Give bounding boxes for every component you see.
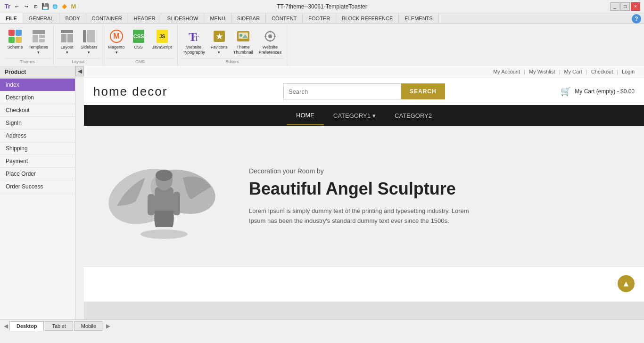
- sidebar-item-address[interactable]: Address: [0, 130, 75, 142]
- svg-rect-1: [33, 35, 38, 42]
- tab-mobile[interactable]: Mobile: [74, 321, 103, 331]
- sidebar-item-order-success[interactable]: Order Success: [0, 180, 75, 193]
- preview-hero: Decoration your Room by Beautiful Angel …: [84, 126, 644, 267]
- window-title: TT-7theme--30061-TemplateToaster: [277, 3, 367, 10]
- magento-icon[interactable]: M: [70, 3, 77, 10]
- tab-general[interactable]: GENERAL: [23, 13, 60, 23]
- minimize-button[interactable]: _: [610, 2, 619, 11]
- theme-thumbnail-label: ThemeThumbnail: [233, 45, 253, 55]
- tab-content[interactable]: CONTENT: [266, 13, 303, 23]
- search-container: SEARCH: [283, 83, 445, 99]
- svg-point-24: [268, 34, 272, 38]
- svg-rect-34: [148, 194, 155, 215]
- sidebar-item-payment[interactable]: Payment: [0, 155, 75, 168]
- sidebar-item-signin[interactable]: SignIn: [0, 117, 75, 130]
- ribbon-group-editors: T T WebsiteTypography ★ Favicons▾: [178, 24, 288, 65]
- orange-icon[interactable]: 🔶: [60, 3, 68, 10]
- tab-file[interactable]: FILE: [0, 13, 23, 23]
- svg-rect-0: [33, 30, 45, 34]
- cms-items: M Magento▾ CSS CSS JS: [106, 25, 174, 57]
- magento-button[interactable]: M Magento▾: [106, 27, 127, 57]
- javascript-icon: JS: [155, 29, 170, 44]
- sidebar-item-index[interactable]: index: [0, 79, 75, 91]
- ribbon-tabs: FILE GENERAL BODY CONTAINER HEADER SLIDE…: [0, 13, 644, 24]
- layout-items: Layout▾ Sidebars▾: [57, 25, 100, 57]
- title-bar-left: Tr ↩ ↪ ⊡ 💾 🌐 🔶 M: [4, 3, 77, 10]
- tab-elements[interactable]: ELEMENTS: [399, 13, 438, 23]
- floppy-icon[interactable]: 💾: [41, 3, 49, 10]
- tab-header[interactable]: HEADER: [128, 13, 162, 23]
- sidebars-button[interactable]: Sidebars▾: [78, 27, 100, 57]
- sidebar-item-checkout[interactable]: Checkout: [0, 104, 75, 117]
- layout-icon: [59, 29, 74, 44]
- search-input[interactable]: [283, 83, 401, 99]
- tab-tablet[interactable]: Tablet: [45, 321, 73, 331]
- theme-thumbnail-button[interactable]: ThemeThumbnail: [231, 27, 256, 57]
- sidebar-item-place-order[interactable]: Place Order: [0, 168, 75, 180]
- svg-rect-6: [67, 34, 73, 42]
- prev-tab-arrow[interactable]: ◀: [2, 320, 9, 332]
- nav-item-category2[interactable]: CATEGORY2: [385, 106, 441, 125]
- my-wishlist-link[interactable]: My Wishlist: [529, 69, 555, 74]
- scheme-button[interactable]: Scheme: [5, 27, 25, 51]
- css-button[interactable]: CSS CSS: [128, 27, 149, 51]
- tab-body[interactable]: BODY: [59, 13, 86, 23]
- sidebar-item-description[interactable]: Description: [0, 91, 75, 104]
- tab-block-reference[interactable]: BLOCK REFERENCE: [336, 13, 399, 23]
- cart-info: 🛒 My Cart (empty) - $0.00: [561, 86, 635, 97]
- checkout-link[interactable]: Checkout: [591, 69, 613, 74]
- tab-sidebar[interactable]: SIDEBAR: [231, 13, 266, 23]
- svg-rect-7: [83, 30, 86, 42]
- nav-item-home[interactable]: HOME: [287, 106, 324, 125]
- svg-text:★: ★: [216, 33, 223, 41]
- templates-button[interactable]: Templates▾: [26, 27, 50, 57]
- login-link[interactable]: Login: [622, 69, 635, 74]
- close-button[interactable]: ×: [631, 2, 640, 11]
- typography-label: WebsiteTypography: [183, 45, 205, 55]
- next-tab-arrow[interactable]: ▶: [104, 320, 112, 332]
- website-preferences-button[interactable]: WebsitePreferences: [256, 27, 284, 57]
- javascript-label: JavaScript: [152, 45, 172, 50]
- main-layout: Product index Description Checkout SignI…: [0, 66, 644, 319]
- preview-nav: HOME CATEGORY1 ▾ CATEGORY2: [84, 105, 644, 126]
- my-account-link[interactable]: My Account: [493, 69, 520, 74]
- my-cart-link[interactable]: My Cart: [564, 69, 582, 74]
- browser-icon[interactable]: 🌐: [51, 3, 58, 10]
- svg-rect-35: [173, 192, 180, 215]
- layout-label: Layout▾: [61, 45, 74, 55]
- redo-icon[interactable]: ↪: [23, 3, 30, 10]
- tab-slideshow[interactable]: SLIDESHOW: [161, 13, 204, 23]
- help-icon[interactable]: ?: [632, 14, 641, 24]
- svg-text:T: T: [194, 34, 199, 42]
- svg-point-36: [140, 229, 188, 239]
- sidebar-item-shipping[interactable]: Shipping: [0, 142, 75, 155]
- tab-menu[interactable]: MENU: [204, 13, 231, 23]
- save-icon[interactable]: ⊡: [32, 3, 40, 10]
- nav-item-category1[interactable]: CATEGORY1 ▾: [324, 106, 385, 125]
- scheme-icon: [8, 29, 23, 44]
- typography-button[interactable]: T T WebsiteTypography: [181, 27, 207, 57]
- css-icon: CSS: [131, 29, 146, 44]
- sidebars-label: Sidebars▾: [81, 45, 98, 55]
- svg-point-33: [156, 170, 173, 181]
- help-button[interactable]: ?: [629, 13, 644, 23]
- maximize-button[interactable]: □: [620, 2, 630, 11]
- window-controls: _ □ ×: [610, 2, 640, 11]
- svg-text:JS: JS: [159, 34, 165, 39]
- tab-container[interactable]: CONTAINER: [86, 13, 128, 23]
- scroll-to-top-button[interactable]: ▲: [618, 275, 635, 292]
- favicons-button[interactable]: ★ Favicons▾: [208, 27, 230, 57]
- tab-desktop[interactable]: Desktop: [9, 321, 44, 331]
- sep2: |: [559, 69, 561, 74]
- search-button[interactable]: SEARCH: [401, 83, 445, 99]
- editors-group-label: Editors: [181, 58, 284, 64]
- undo-icon[interactable]: ↩: [13, 3, 21, 10]
- scheme-label: Scheme: [7, 45, 23, 50]
- bottom-tabs: ◀ Desktop Tablet Mobile ▶: [0, 319, 644, 332]
- tab-footer[interactable]: FOOTER: [303, 13, 336, 23]
- collapse-button[interactable]: ◀: [75, 66, 84, 76]
- nav-category1-label: CATEGORY1: [333, 112, 371, 119]
- svg-rect-2: [39, 35, 45, 38]
- javascript-button[interactable]: JS JavaScript: [150, 27, 174, 51]
- layout-button[interactable]: Layout▾: [57, 27, 77, 57]
